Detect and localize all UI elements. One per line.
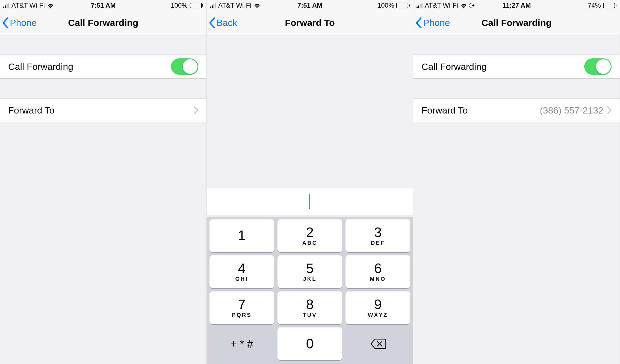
carrier-label: AT&T Wi-Fi [425, 2, 458, 9]
nav-bar: Phone Call Forwarding [413, 11, 620, 35]
cell-signal-icon [210, 3, 216, 8]
phone-number-input[interactable] [207, 188, 413, 215]
forward-to-value: (386) 557-2132 [540, 105, 603, 116]
battery-icon [603, 3, 616, 8]
wifi-icon [47, 3, 54, 8]
status-bar: AT&T Wi-Fi 7:51 AM 100% [207, 0, 413, 11]
key-4[interactable]: 4GHI [209, 255, 274, 288]
wifi-icon [460, 3, 467, 8]
chevron-right-icon [607, 106, 612, 114]
key-6[interactable]: 6MNO [346, 255, 410, 288]
battery-percent: 100% [377, 2, 394, 9]
back-button[interactable]: Back [209, 11, 237, 35]
key-symbols[interactable]: + * # [209, 327, 274, 360]
call-forward-indicator-icon [470, 3, 475, 8]
key-7[interactable]: 7PQRS [209, 291, 274, 324]
backspace-icon [370, 338, 386, 349]
battery-icon [190, 3, 203, 8]
back-button[interactable]: Phone [2, 11, 37, 35]
toggle-row-call-forwarding: Call Forwarding [0, 55, 206, 79]
screen-forward-to-entry: AT&T Wi-Fi 7:51 AM 100% Back Forward To … [207, 0, 414, 364]
nav-bar: Back Forward To [207, 11, 413, 35]
carrier-label: AT&T Wi-Fi [11, 2, 45, 9]
chevron-left-icon [209, 17, 215, 28]
forward-to-label: Forward To [421, 105, 468, 116]
back-label: Phone [423, 17, 450, 28]
cell-signal-icon [417, 3, 423, 8]
page-title: Call Forwarding [482, 17, 552, 28]
cell-signal-icon [3, 3, 9, 8]
key-2[interactable]: 2ABC [277, 219, 342, 252]
clock: 11:27 AM [477, 2, 556, 9]
key-0[interactable]: 0 [277, 327, 342, 360]
wifi-icon [253, 3, 261, 8]
key-9[interactable]: 9WXYZ [346, 291, 410, 324]
key-1[interactable]: 1 [209, 219, 274, 252]
screen-call-forwarding-empty: AT&T Wi-Fi 7:51 AM 100% Phone Call Forwa… [0, 0, 207, 364]
back-label: Back [217, 17, 237, 28]
key-5[interactable]: 5JKL [277, 255, 342, 288]
number-keypad: 1 2ABC 3DEF 4GHI 5JKL 6MNO 7PQRS 8TUV 9W… [207, 217, 413, 364]
battery-icon [396, 3, 410, 8]
nav-bar: Phone Call Forwarding [0, 11, 206, 35]
chevron-right-icon [194, 106, 198, 114]
screen-call-forwarding-set: AT&T Wi-Fi 11:27 AM 74% Phone Call Forwa… [413, 0, 620, 364]
back-label: Phone [10, 17, 37, 28]
clock: 7:51 AM [270, 2, 350, 9]
key-backspace[interactable] [346, 327, 410, 360]
text-cursor [309, 194, 310, 209]
back-button[interactable]: Phone [415, 11, 450, 35]
forward-to-row[interactable]: Forward To [0, 98, 206, 122]
toggle-label: Call Forwarding [8, 61, 73, 72]
battery-percent: 74% [588, 2, 601, 9]
status-bar: AT&T Wi-Fi 7:51 AM 100% [0, 0, 206, 11]
key-8[interactable]: 8TUV [277, 291, 342, 324]
page-title: Forward To [285, 17, 335, 28]
page-title: Call Forwarding [68, 17, 138, 28]
toggle-label: Call Forwarding [421, 61, 486, 72]
forward-to-label: Forward To [8, 105, 54, 116]
carrier-label: AT&T Wi-Fi [218, 2, 252, 9]
status-bar: AT&T Wi-Fi 11:27 AM 74% [413, 0, 620, 11]
call-forwarding-toggle[interactable] [584, 58, 612, 75]
call-forwarding-toggle[interactable] [171, 58, 198, 75]
chevron-left-icon [2, 17, 9, 28]
toggle-row-call-forwarding: Call Forwarding [413, 55, 620, 79]
forward-to-row[interactable]: Forward To (386) 557-2132 [413, 98, 620, 122]
key-3[interactable]: 3DEF [346, 219, 410, 252]
battery-percent: 100% [171, 2, 187, 9]
chevron-left-icon [415, 17, 422, 28]
clock: 7:51 AM [63, 2, 143, 9]
